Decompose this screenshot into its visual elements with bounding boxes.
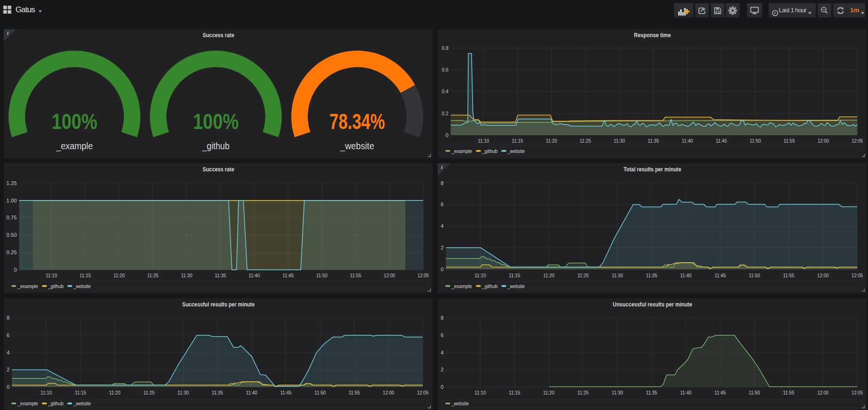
svg-text:11:40: 11:40 bbox=[680, 273, 691, 278]
svg-text:4: 4 bbox=[7, 350, 9, 355]
svg-text:4: 4 bbox=[441, 223, 443, 229]
svg-text:12:05: 12:05 bbox=[417, 390, 428, 395]
svg-text:12:00: 12:00 bbox=[818, 138, 829, 144]
svg-text:2: 2 bbox=[7, 367, 9, 372]
svg-text:0: 0 bbox=[441, 384, 443, 390]
svg-text:8: 8 bbox=[441, 315, 443, 321]
svg-text:11:25: 11:25 bbox=[143, 390, 154, 395]
svg-text:11:50: 11:50 bbox=[316, 273, 328, 278]
svg-text:11:15: 11:15 bbox=[80, 273, 91, 278]
svg-text:_github: _github bbox=[48, 401, 64, 406]
svg-text:0.4: 0.4 bbox=[442, 88, 449, 94]
svg-text:11:40: 11:40 bbox=[246, 390, 257, 395]
svg-text:12:05: 12:05 bbox=[852, 273, 863, 278]
svg-text:11:20: 11:20 bbox=[543, 390, 555, 395]
svg-text:_website: _website bbox=[451, 401, 469, 406]
svg-text:0.50: 0.50 bbox=[7, 232, 17, 238]
svg-text:11:20: 11:20 bbox=[543, 273, 555, 278]
svg-text:11:30: 11:30 bbox=[612, 273, 623, 278]
svg-text:_github: _github bbox=[482, 283, 498, 289]
svg-text:_example: _example bbox=[17, 283, 38, 289]
svg-text:0: 0 bbox=[441, 266, 443, 272]
svg-text:11:35: 11:35 bbox=[646, 390, 657, 395]
svg-text:_example: _example bbox=[451, 283, 472, 289]
svg-text:100%: 100% bbox=[193, 110, 239, 134]
svg-text:_example: _example bbox=[451, 148, 472, 154]
svg-text:12:05: 12:05 bbox=[418, 273, 429, 278]
svg-text:11:30: 11:30 bbox=[177, 390, 189, 395]
svg-text:Response time: Response time bbox=[634, 32, 671, 39]
svg-text:0: 0 bbox=[7, 384, 9, 390]
svg-text:11:45: 11:45 bbox=[715, 273, 726, 278]
svg-text:11:40: 11:40 bbox=[682, 138, 693, 144]
svg-text:78.34%: 78.34% bbox=[330, 110, 385, 134]
svg-text:2: 2 bbox=[441, 245, 443, 250]
svg-text:12:05: 12:05 bbox=[852, 138, 863, 144]
svg-text:11:20: 11:20 bbox=[113, 273, 125, 278]
svg-text:_github: _github bbox=[482, 148, 498, 154]
svg-text:_website: _website bbox=[507, 148, 525, 154]
svg-text:_github: _github bbox=[48, 283, 64, 289]
svg-text:11:25: 11:25 bbox=[578, 390, 589, 395]
svg-text:12:00: 12:00 bbox=[384, 273, 395, 278]
svg-text:_example: _example bbox=[56, 141, 93, 152]
svg-text:11:25: 11:25 bbox=[147, 273, 159, 278]
svg-text:1.00: 1.00 bbox=[7, 198, 17, 203]
svg-text:8: 8 bbox=[441, 180, 443, 186]
svg-text:4: 4 bbox=[441, 350, 443, 355]
svg-text:0.6: 0.6 bbox=[442, 67, 449, 72]
svg-text:11:30: 11:30 bbox=[611, 390, 623, 395]
svg-text:Success rate: Success rate bbox=[203, 32, 234, 39]
svg-text:2: 2 bbox=[441, 367, 443, 372]
svg-text:_website: _website bbox=[507, 283, 525, 289]
svg-text:11:10: 11:10 bbox=[474, 390, 486, 395]
svg-text:6: 6 bbox=[441, 332, 443, 338]
svg-text:11:50: 11:50 bbox=[314, 390, 326, 395]
svg-text:0: 0 bbox=[14, 267, 16, 273]
svg-text:11:15: 11:15 bbox=[75, 390, 86, 395]
svg-text:11:20: 11:20 bbox=[546, 138, 557, 144]
svg-text:8: 8 bbox=[7, 315, 9, 321]
svg-text:12:00: 12:00 bbox=[817, 273, 828, 278]
svg-text:11:45: 11:45 bbox=[715, 390, 726, 395]
svg-text:11:15: 11:15 bbox=[509, 390, 520, 395]
svg-text:_github: _github bbox=[202, 141, 230, 152]
svg-text:11:50: 11:50 bbox=[749, 273, 760, 278]
svg-text:6: 6 bbox=[7, 332, 9, 338]
svg-text:11:35: 11:35 bbox=[646, 273, 657, 278]
svg-text:100%: 100% bbox=[52, 110, 97, 134]
svg-text:11:40: 11:40 bbox=[680, 390, 691, 395]
svg-text:_website: _website bbox=[340, 141, 374, 152]
svg-text:6: 6 bbox=[441, 201, 443, 207]
svg-text:11:25: 11:25 bbox=[578, 273, 589, 278]
svg-text:11:15: 11:15 bbox=[512, 138, 523, 144]
svg-text:11:15: 11:15 bbox=[509, 273, 520, 278]
svg-text:11:55: 11:55 bbox=[783, 273, 795, 278]
svg-text:0: 0 bbox=[445, 132, 448, 138]
svg-text:11:45: 11:45 bbox=[282, 273, 294, 278]
svg-text:11:55: 11:55 bbox=[350, 273, 362, 278]
svg-text:11:20: 11:20 bbox=[109, 390, 121, 395]
svg-text:11:25: 11:25 bbox=[580, 138, 591, 144]
svg-text:Unsuccessful results per minut: Unsuccessful results per minute bbox=[613, 301, 692, 308]
svg-text:11:55: 11:55 bbox=[783, 390, 794, 395]
svg-text:11:35: 11:35 bbox=[648, 138, 659, 144]
svg-text:11:10: 11:10 bbox=[474, 273, 486, 278]
svg-text:Successful results per minute: Successful results per minute bbox=[182, 301, 255, 308]
svg-text:11:55: 11:55 bbox=[784, 138, 795, 144]
svg-text:11:10: 11:10 bbox=[40, 390, 52, 395]
svg-text:0.75: 0.75 bbox=[7, 215, 17, 220]
svg-text:_website: _website bbox=[73, 401, 91, 406]
svg-text:0.2: 0.2 bbox=[442, 111, 449, 116]
svg-text:Success rate: Success rate bbox=[203, 166, 234, 173]
svg-text:11:30: 11:30 bbox=[614, 138, 625, 144]
svg-text:11:35: 11:35 bbox=[215, 273, 226, 278]
svg-text:11:30: 11:30 bbox=[181, 273, 193, 278]
svg-text:_example: _example bbox=[17, 401, 38, 406]
svg-text:11:50: 11:50 bbox=[750, 138, 761, 144]
svg-text:0.8: 0.8 bbox=[442, 45, 449, 51]
svg-text:11:45: 11:45 bbox=[715, 138, 727, 144]
svg-text:11:50: 11:50 bbox=[749, 390, 760, 395]
svg-text:12:00: 12:00 bbox=[383, 390, 394, 395]
svg-text:12:00: 12:00 bbox=[817, 390, 828, 395]
